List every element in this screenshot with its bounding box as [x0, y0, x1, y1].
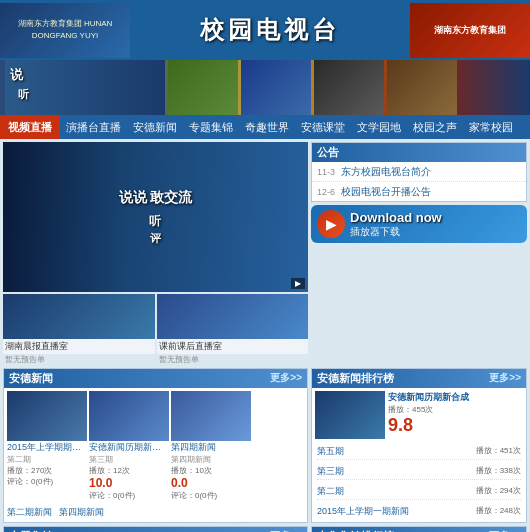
- rank-3-title: 第三期: [317, 465, 344, 478]
- news-item-1[interactable]: 安德新闻历期新合成 第三期 播放：12次 10.0 评论：0(0件): [89, 391, 169, 501]
- classroom-thumb: [5, 60, 165, 115]
- featured-header: 专题集锦 更多>>: [4, 527, 307, 532]
- rank-4-plays: 播放：294次: [476, 485, 521, 498]
- notice-id-0: 11-3: [317, 167, 335, 177]
- news-item-1-comments: 评论：0(0件): [89, 490, 169, 501]
- rank-top-item: 安德新闻历期新合成 播放：455次 9.8: [312, 388, 526, 442]
- top-content-area: 说说 敢交流 听 评 ▶ 湖南晨报直播室 暂无预告单 课前课后直播室 暂无预告单…: [0, 139, 530, 368]
- news-second-row-link1[interactable]: 第二期新闻: [7, 506, 52, 519]
- rank-top-title[interactable]: 安德新闻历期新合成: [388, 391, 523, 404]
- news-second-row-link2[interactable]: 第四期新闻: [59, 506, 104, 519]
- news-thumb-1: [168, 60, 238, 115]
- download-sublabel: 插放器下载: [350, 225, 442, 239]
- thumb-2-label: 课前课后直播室: [157, 339, 309, 354]
- header: 湖南东方教育集团 HUNAN DONGFANG YUYI 校园电视台 湖南东方教…: [0, 0, 530, 60]
- news-thumb-4: [387, 60, 457, 115]
- news-item-2-plays: 播放：10次: [171, 465, 251, 476]
- news-item-0-comments: 评论：0(0件): [7, 476, 87, 487]
- site-title: 校园电视台: [200, 14, 340, 46]
- rank-4-title: 第二期: [317, 485, 344, 498]
- thumb-1[interactable]: 湖南晨报直播室 暂无预告单: [3, 294, 155, 365]
- news-thumb-2: [241, 60, 311, 115]
- notice-text-1[interactable]: 校园电视台开播公告: [341, 186, 431, 197]
- video-thumbs-row: 湖南晨报直播室 暂无预告单 课前课后直播室 暂无预告单: [3, 294, 308, 365]
- rank-2-plays: 播放：451次: [476, 445, 521, 458]
- news-header: 安德新闻 更多>>: [4, 369, 307, 388]
- download-label: Download now: [350, 210, 442, 225]
- header-right-logo: 湖南东方教育集团: [410, 3, 530, 58]
- nav-item-2[interactable]: 安德新闻: [127, 115, 183, 139]
- notice-item-1[interactable]: 12-6 校园电视台开播公告: [312, 182, 526, 201]
- nav-bar: 视频直播 演播台直播 安德新闻 专题集锦 奇趣世界 安德课堂 文学园地 校园之声…: [0, 115, 530, 139]
- top-banner: 说 听: [0, 60, 530, 115]
- logo-subtitle: 湖南东方教育集团 HUNAN DONGFANG YUYI: [3, 18, 127, 42]
- main-video-section: 说说 敢交流 听 评 ▶ 湖南晨报直播室 暂无预告单 课前课后直播室 暂无预告单: [3, 142, 308, 365]
- thumb-2[interactable]: 课前课后直播室 暂无预告单: [157, 294, 309, 365]
- rank-top-plays: 播放：455次: [388, 404, 523, 415]
- banner-text: 说 听: [10, 65, 29, 103]
- featured-rank-section: 专集集锦排行榜 更多>> 2015元旦艺汇艺汇 播放：1386次 0.0 安德学…: [311, 526, 527, 532]
- nav-item-home[interactable]: 视频直播: [0, 115, 60, 139]
- thumb-2-desc: 暂无预告单: [157, 354, 309, 365]
- rank-more[interactable]: 更多>>: [489, 371, 521, 386]
- download-area[interactable]: ▶ Download now 插放器下载: [311, 205, 527, 243]
- rank-header: 安德新闻排行榜 更多>>: [312, 369, 526, 388]
- news-item-1-plays: 播放：12次: [89, 465, 169, 476]
- notice-item-0[interactable]: 11-3 东方校园电视台简介: [312, 162, 526, 182]
- rank-top-info: 安德新闻历期新合成 播放：455次 9.8: [388, 391, 523, 439]
- rank-top-thumb: [315, 391, 385, 439]
- download-text-group: Download now 插放器下载: [350, 210, 442, 239]
- news-rank-section: 安德新闻排行榜 更多>> 安德新闻历期新合成 播放：455次 9.8 第五期 播…: [311, 368, 527, 523]
- nav-item-8[interactable]: 家常校园: [463, 115, 519, 139]
- news-more[interactable]: 更多>>: [270, 371, 302, 386]
- header-logo-area: 湖南东方教育集团 HUNAN DONGFANG YUYI: [0, 3, 130, 58]
- news-item-0-title: 2015年上学期期末新闻二: [7, 441, 87, 454]
- notice-text-0[interactable]: 东方校园电视台简介: [341, 166, 431, 177]
- nav-item-6[interactable]: 文学园地: [351, 115, 407, 139]
- news-thumb-3: [314, 60, 384, 115]
- rank-3-plays: 播放：338次: [476, 465, 521, 478]
- news-item-0-plays: 播放：270次: [7, 465, 87, 476]
- video-label: ▶: [291, 278, 305, 289]
- featured-rank-row: 专题集锦 更多>> 安德学校2014活动我们在安德校 播放：433次 0.0 评…: [0, 526, 530, 532]
- nav-item-7[interactable]: 校园之声: [407, 115, 463, 139]
- news-title-label: 安德新闻: [9, 371, 53, 386]
- rank-item-4[interactable]: 第二期 播放：294次: [312, 482, 526, 502]
- news-item-1-title: 安德新闻历期新合成: [89, 441, 169, 454]
- nav-item-4[interactable]: 奇趣世界: [239, 115, 295, 139]
- notice-id-1: 12-6: [317, 187, 335, 197]
- rank-item-2[interactable]: 第五期 播放：451次: [312, 442, 526, 462]
- nav-item-1[interactable]: 演播台直播: [60, 115, 127, 139]
- news-rank-row: 安德新闻 更多>> 2015年上学期期末新闻二 第二期 播放：270次 评论：0…: [0, 368, 530, 526]
- thumb-1-desc: 暂无预告单: [3, 354, 155, 365]
- download-icon: ▶: [317, 210, 345, 238]
- news-item-1-score: 10.0: [89, 476, 169, 490]
- news-item-2[interactable]: 第四期新闻 第四期新闻 播放：10次 0.0 评论：0(0件): [171, 391, 251, 501]
- rank-5-title: 2015年上学期一期新闻: [317, 505, 409, 518]
- banner-bg: 说 听: [0, 60, 530, 115]
- rank-title-label: 安德新闻排行榜: [317, 371, 394, 386]
- rank-2-title: 第五期: [317, 445, 344, 458]
- rank-5-plays: 播放：248次: [476, 505, 521, 518]
- rank-top-score: 9.8: [388, 415, 523, 436]
- news-item-2-title: 第四期新闻: [171, 441, 251, 454]
- news-item-0-period: 第二期: [7, 454, 87, 465]
- notice-header: 公告: [312, 143, 526, 162]
- news-item-2-score: 0.0: [171, 476, 251, 490]
- rank-item-5[interactable]: 2015年上学期一期新闻 播放：248次: [312, 502, 526, 521]
- news-item-2-period: 第四期新闻: [171, 454, 251, 465]
- featured-section: 专题集锦 更多>> 安德学校2014活动我们在安德校 播放：433次 0.0 评…: [3, 526, 308, 532]
- news-section: 安德新闻 更多>> 2015年上学期期末新闻二 第二期 播放：270次 评论：0…: [3, 368, 308, 523]
- news-items-row2: 第二期新闻 第四期新闻: [4, 504, 307, 522]
- rank-item-3[interactable]: 第三期 播放：338次: [312, 462, 526, 482]
- main-video-player[interactable]: 说说 敢交流 听 评 ▶: [3, 142, 308, 292]
- right-sidebar: 公告 11-3 东方校园电视台简介 12-6 校园电视台开播公告 ▶ Downl…: [311, 142, 527, 365]
- news-items: 2015年上学期期末新闻二 第二期 播放：270次 评论：0(0件) 安德新闻历…: [4, 388, 307, 504]
- header-org-name: 湖南东方教育集团: [434, 24, 506, 37]
- news-item-2-comments: 评论：0(0件): [171, 490, 251, 501]
- news-item-0[interactable]: 2015年上学期期末新闻二 第二期 播放：270次 评论：0(0件): [7, 391, 87, 501]
- nav-item-5[interactable]: 安德课堂: [295, 115, 351, 139]
- thumb-1-label: 湖南晨报直播室: [3, 339, 155, 354]
- featured-rank-header: 专集集锦排行榜 更多>>: [312, 527, 526, 532]
- nav-item-3[interactable]: 专题集锦: [183, 115, 239, 139]
